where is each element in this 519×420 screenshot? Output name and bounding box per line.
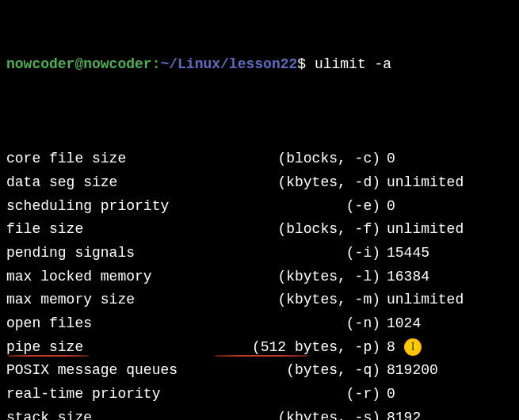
limit-value: 15445 xyxy=(387,242,513,265)
limit-row: core file size(blocks, -c)0 xyxy=(6,147,513,171)
limit-value: unlimited xyxy=(387,218,513,242)
limit-label: stack size xyxy=(6,407,204,420)
limit-label: scheduling priority xyxy=(6,195,204,219)
limit-spec: (-n) xyxy=(204,312,387,336)
limit-value: unlimited xyxy=(387,171,513,195)
limit-label: real-time priority xyxy=(6,383,204,407)
limit-spec: (blocks, -f) xyxy=(204,218,387,242)
limit-value: 1024 xyxy=(387,312,513,336)
limit-spec: (kbytes, -s) xyxy=(204,407,387,420)
limit-spec: (kbytes, -m) xyxy=(204,288,387,312)
limit-spec: (kbytes, -l) xyxy=(204,265,387,289)
limit-value: 0 xyxy=(387,195,513,219)
limit-row: pipe size(512 bytes, -p)8I xyxy=(6,336,513,360)
limit-value: 0 xyxy=(387,147,513,171)
limit-row: data seg size(kbytes, -d)unlimited xyxy=(6,171,513,195)
limit-row: pending signals(-i)15445 xyxy=(6,242,513,265)
command-text: ulimit -a xyxy=(315,56,391,72)
prompt-line-1: nowcoder@nowcoder:~/Linux/lesson22$ ulim… xyxy=(6,53,513,77)
limit-spec: (kbytes, -d) xyxy=(204,171,387,195)
prompt-path: ~/Linux/lesson22 xyxy=(160,56,297,72)
limit-row: max memory size(kbytes, -m)unlimited xyxy=(6,288,513,312)
annotation-underline-icon xyxy=(6,355,90,357)
limit-row: scheduling priority(-e)0 xyxy=(6,195,513,219)
limit-label: POSIX message queues xyxy=(6,359,204,383)
limit-spec: (-i) xyxy=(204,242,387,265)
annotation-underline-icon xyxy=(214,355,309,357)
limit-label: max locked memory xyxy=(6,265,204,289)
limit-label: max memory size xyxy=(6,288,204,312)
limit-spec: (blocks, -c) xyxy=(204,147,387,171)
limit-value: 16384 xyxy=(387,265,513,289)
limit-row: POSIX message queues(bytes, -q)819200 xyxy=(6,359,513,383)
limit-spec: (bytes, -q) xyxy=(204,359,387,383)
limit-row: file size(blocks, -f)unlimited xyxy=(6,218,513,242)
text-cursor-highlight-icon: I xyxy=(404,338,422,356)
limit-value: 0 xyxy=(387,383,513,407)
limit-row: real-time priority(-r)0 xyxy=(6,383,513,407)
limit-label: pending signals xyxy=(6,242,204,265)
limit-label: open files xyxy=(6,312,204,336)
terminal-output[interactable]: nowcoder@nowcoder:~/Linux/lesson22$ ulim… xyxy=(6,6,513,420)
prompt-user-host: nowcoder@nowcoder xyxy=(6,56,152,72)
limit-row: max locked memory(kbytes, -l)16384 xyxy=(6,265,513,289)
prompt-dollar: $ xyxy=(297,56,306,72)
prompt-separator: : xyxy=(152,56,161,72)
limit-label: data seg size xyxy=(6,171,204,195)
limit-label: core file size xyxy=(6,147,204,171)
limit-spec: (-r) xyxy=(204,383,387,407)
limit-label: file size xyxy=(6,218,204,242)
limit-value: unlimited xyxy=(387,288,513,312)
limit-value: 819200 xyxy=(387,359,513,383)
limit-row: open files(-n)1024 xyxy=(6,312,513,336)
limit-value: 8192 xyxy=(387,407,513,420)
limit-spec: (-e) xyxy=(204,195,387,219)
limit-row: stack size(kbytes, -s)8192 xyxy=(6,407,513,420)
